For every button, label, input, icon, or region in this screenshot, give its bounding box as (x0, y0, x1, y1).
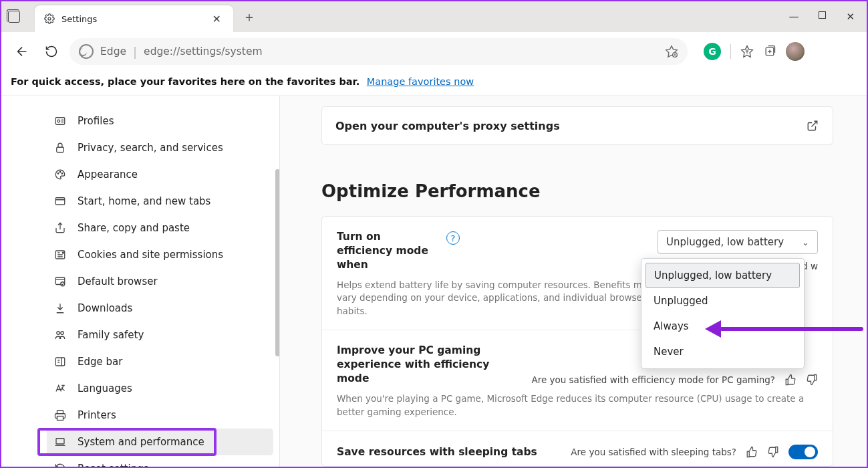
svg-rect-9 (55, 198, 65, 205)
sleeping-tabs-row: Save resources with sleeping tabs Are yo… (322, 431, 833, 466)
efficiency-option-unplugged-low[interactable]: Unplugged, low battery (645, 263, 800, 288)
new-tab-button[interactable]: ＋ (243, 8, 256, 26)
tab-actions-icon[interactable] (8, 11, 20, 23)
settings-sidebar: Profiles Privacy, search, and services A… (1, 96, 280, 467)
svg-point-6 (57, 173, 59, 174)
sidebar-icon (53, 355, 67, 368)
favorite-star-icon[interactable] (665, 45, 678, 58)
tab-title: Settings (61, 14, 210, 24)
sidebar-scrollbar[interactable] (275, 169, 280, 356)
refresh-button[interactable] (40, 40, 63, 63)
grammarly-extension-icon[interactable]: G (704, 43, 721, 60)
svg-point-0 (48, 17, 51, 20)
profile-avatar[interactable] (786, 42, 805, 61)
efficiency-mode-title: Turn on efficiency mode when (337, 230, 437, 272)
section-title-optimize: Optimize Performance (321, 181, 833, 201)
minimize-button[interactable]: — (788, 11, 799, 23)
language-icon (53, 382, 67, 395)
address-bar[interactable]: Edge | edge://settings/system (69, 38, 688, 65)
edge-icon (79, 44, 94, 59)
favorites-icon[interactable] (740, 45, 754, 58)
collections-icon[interactable] (763, 45, 776, 58)
back-button[interactable] (11, 40, 33, 63)
sidebar-item-cookies[interactable]: Cookies and site permissions (47, 241, 273, 268)
chevron-down-icon: ⌄ (802, 237, 809, 247)
settings-main: Open your computer's proxy settings Opti… (280, 96, 867, 467)
close-tab-icon[interactable]: ✕ (210, 13, 224, 25)
sidebar-item-family[interactable]: Family safety (47, 322, 273, 348)
svg-rect-17 (57, 417, 63, 421)
browser-tab[interactable]: Settings ✕ (35, 5, 233, 32)
satisfied-text: Are you satisfied with sleeping tabs? (571, 447, 736, 457)
sidebar-item-languages[interactable]: Languages (47, 375, 273, 402)
family-icon (53, 328, 67, 342)
reset-icon (53, 462, 67, 468)
profile-icon (53, 114, 67, 128)
sleeping-title: Save resources with sleeping tabs (337, 445, 537, 459)
optimize-performance-card: Turn on efficiency mode when ? Unplugged… (321, 216, 833, 467)
efficiency-option-unplugged[interactable]: Unplugged (645, 288, 800, 314)
palette-icon (53, 168, 67, 181)
browser-toolbar: Edge | edge://settings/system G (1, 32, 867, 71)
sidebar-item-share[interactable]: Share, copy and paste (47, 215, 273, 241)
favorites-bar-hint: For quick access, place your favorites h… (1, 71, 867, 96)
gear-icon (44, 13, 55, 24)
laptop-icon (53, 435, 67, 449)
svg-point-4 (57, 120, 60, 122)
thumbs-down-icon[interactable] (767, 446, 779, 458)
svg-point-15 (61, 332, 64, 335)
maximize-button[interactable] (819, 11, 826, 19)
sidebar-item-system[interactable]: System and performance (47, 429, 273, 455)
svg-point-11 (62, 252, 63, 253)
satisfied-text: Are you satisfied with efficiency mode f… (531, 374, 775, 385)
address-url: edge://settings/system (144, 45, 263, 57)
gaming-title: Improve your PC gaming experience with e… (337, 344, 490, 386)
svg-rect-16 (55, 358, 65, 366)
gaming-desc: When you're playing a PC game, Microsoft… (337, 392, 805, 419)
sidebar-item-privacy[interactable]: Privacy, search, and services (47, 134, 273, 161)
manage-favorites-link[interactable]: Manage favorites now (367, 76, 474, 87)
sidebar-item-downloads[interactable]: Downloads (47, 295, 273, 322)
sidebar-item-edge-bar[interactable]: Edge bar (47, 348, 273, 375)
sidebar-item-reset[interactable]: Reset settings (47, 455, 273, 468)
cookies-icon (53, 248, 67, 261)
download-icon (53, 302, 67, 315)
share-icon (53, 221, 67, 235)
sidebar-item-profiles[interactable]: Profiles (47, 108, 273, 134)
svg-point-8 (61, 173, 63, 174)
efficiency-option-always[interactable]: Always (645, 314, 800, 339)
svg-rect-5 (57, 147, 64, 152)
sidebar-item-printers[interactable]: Printers (47, 402, 273, 429)
window-icon (53, 195, 67, 208)
proxy-settings-link[interactable]: Open your computer's proxy settings (321, 106, 833, 145)
browser-check-icon (53, 275, 67, 288)
efficiency-mode-dropdown[interactable]: Unplugged, low battery ⌄ (658, 230, 818, 254)
efficiency-desc: Helps extend battery life by saving comp… (337, 279, 658, 318)
lock-icon (53, 141, 67, 154)
sidebar-item-appearance[interactable]: Appearance (47, 161, 273, 188)
svg-rect-18 (56, 439, 64, 444)
svg-point-14 (57, 332, 60, 335)
efficiency-mode-menu: Unplugged, low battery Unplugged Always … (641, 258, 805, 369)
printer-icon (53, 408, 67, 422)
sidebar-item-start[interactable]: Start, home, and new tabs (47, 188, 273, 215)
sleeping-tabs-toggle[interactable] (788, 445, 818, 459)
thumbs-up-icon[interactable] (746, 446, 758, 458)
close-window-button[interactable]: ✕ (846, 11, 855, 23)
thumbs-up-icon[interactable] (784, 374, 797, 386)
window-controls: — ✕ (788, 11, 867, 23)
title-bar: Settings ✕ ＋ — ✕ (1, 1, 867, 32)
efficiency-option-never[interactable]: Never (645, 339, 800, 364)
help-icon[interactable]: ? (446, 231, 460, 245)
sidebar-item-default-browser[interactable]: Default browser (47, 268, 273, 295)
efficiency-mode-row: Turn on efficiency mode when ? Unplugged… (322, 217, 833, 330)
external-link-icon (806, 119, 819, 132)
address-origin: Edge (100, 45, 126, 57)
svg-point-7 (59, 172, 61, 173)
thumbs-down-icon[interactable] (806, 374, 818, 386)
